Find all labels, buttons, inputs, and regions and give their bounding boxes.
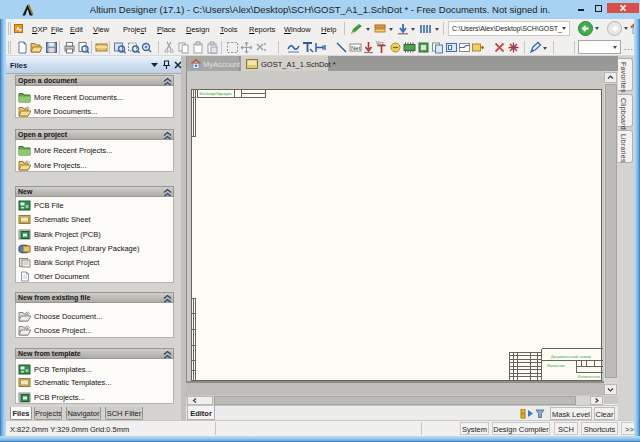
svg-text:Net: Net	[351, 45, 361, 51]
svg-text:Vcc: Vcc	[376, 41, 385, 46]
svg-text:Количество: Количество	[578, 374, 601, 379]
svg-text:Название: Название	[547, 363, 566, 368]
svg-text:Децимальный номер: Децимальный номер	[551, 354, 592, 359]
svg-text:Инв № подл Подп и дата: Инв № подл Подп и дата	[200, 92, 232, 96]
